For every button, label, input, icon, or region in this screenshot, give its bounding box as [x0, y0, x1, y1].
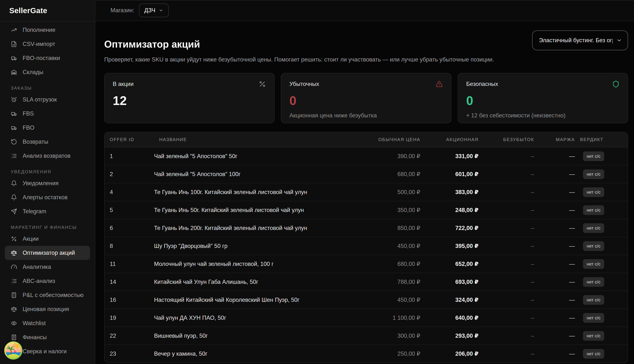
store-label: Магазин: [110, 7, 134, 14]
table-row: 2Чай зеленый "5 Апостолов" 100г680,00 ₽6… [105, 165, 628, 183]
sidebar-section-label: УВЕДОМЛЕНИЯ [5, 169, 90, 174]
trending-up-icon [11, 27, 17, 33]
cell-promo-price: 640,00 ₽ [420, 314, 479, 321]
cell-promo-price: 293,00 ₽ [420, 332, 479, 339]
cell-regular-price: 1 100,00 ₽ [357, 314, 420, 321]
table-row: 11Молочный улун чай зеленый листовой, 10… [105, 255, 628, 273]
cell-margin: — [534, 189, 575, 196]
cell-offer-id: 1 [105, 153, 154, 160]
scale-icon [11, 306, 17, 312]
truck-icon [11, 55, 17, 61]
app: { "brand": "SellerGate", "topbar": { "st… [0, 0, 634, 364]
rotate-ccw-icon [11, 139, 17, 145]
cell-breakeven: – [479, 153, 534, 160]
store-select-value: ДЗЧ [144, 7, 155, 14]
cell-offer-id: 6 [105, 225, 154, 232]
card-label: В акции [113, 81, 266, 88]
sidebar-item-1-2[interactable]: FBO [5, 121, 90, 135]
sidebar-item-3-1[interactable]: Оптимизатор акций [5, 246, 90, 260]
verdict-badge: нет с/с [583, 259, 604, 269]
eye-icon [11, 320, 17, 326]
sidebar-item-0-0[interactable]: Пополнение [5, 23, 90, 37]
sidebar-item-0-1[interactable]: CSV-импорт [5, 37, 90, 51]
sidebar-item-label: Уведомления [23, 180, 59, 187]
list-ordered-icon: 12 [11, 278, 17, 284]
cell-margin: — [534, 314, 575, 321]
cell-breakeven: – [479, 296, 534, 303]
cell-name: Китайский чай Улун Габа Алишань, 50г [154, 279, 357, 285]
svg-text:1: 1 [12, 278, 13, 280]
sidebar-item-3-3[interactable]: 12ABC-анализ [5, 274, 90, 288]
sidebar-item-3-6[interactable]: Watchlist [5, 316, 90, 330]
cell-offer-id: 5 [105, 207, 154, 214]
scale-icon [11, 250, 17, 256]
cell-promo-price: 652,00 ₽ [420, 260, 479, 267]
cell-offer-id: 19 [105, 314, 154, 321]
cell-regular-price: 788,00 ₽ [357, 278, 420, 285]
cell-promo-price: 395,00 ₽ [420, 242, 479, 250]
bell-icon [11, 180, 17, 186]
warehouse-icon [11, 69, 17, 75]
verdict-badge: нет с/с [583, 241, 604, 251]
table-row: 14Китайский чай Улун Габа Алишань, 50г78… [105, 273, 628, 291]
sidebar-item-0-2[interactable]: FBO-поставки [5, 51, 90, 65]
sidebar-item-0-3[interactable]: Склады [5, 65, 90, 79]
sidebar-item-3-4[interactable]: P&L с себестоимостью [5, 288, 90, 302]
cell-regular-price: 680,00 ₽ [357, 171, 420, 178]
sidebar-item-2-0[interactable]: Уведомления [5, 176, 90, 190]
cell-verdict: нет с/с [575, 205, 628, 215]
cell-verdict: нет с/с [575, 349, 628, 359]
cell-breakeven: – [479, 207, 534, 214]
cell-margin: — [534, 261, 575, 267]
cell-promo-price: 331,00 ₽ [420, 153, 479, 160]
cell-margin: — [534, 225, 575, 232]
cell-breakeven: – [479, 314, 534, 321]
cell-breakeven: – [479, 225, 534, 232]
sidebar-item-2-1[interactable]: Алерты остатков [5, 190, 90, 204]
truck-icon [11, 124, 17, 131]
verdict-badge: нет с/с [583, 187, 604, 197]
table-row: 22Вишневый пуэр, 50г300,00 ₽293,00 ₽–—не… [105, 326, 628, 344]
sidebar-item-2-2[interactable]: Telegram [5, 204, 90, 218]
store-select[interactable]: ДЗЧ [139, 4, 169, 17]
sidebar-item-1-0[interactable]: SLA отгрузок [5, 92, 90, 107]
sidebar-item-3-2[interactable]: Аналитика [5, 260, 90, 274]
verdict-badge: нет с/с [583, 205, 604, 215]
cell-verdict: нет с/с [575, 313, 628, 323]
card-value: 0 [466, 93, 619, 108]
cell-name: Вишневый пуэр, 50г [154, 332, 357, 339]
sidebar-item-1-3[interactable]: Возвраты [5, 135, 90, 149]
topbar: Магазин: ДЗЧ [95, 0, 634, 21]
sidebar-item-1-4[interactable]: 12Анализ возвратов [5, 149, 90, 163]
model-select[interactable]: Эластичный бустинг. Без огранич [532, 30, 628, 50]
card-value: 0 [289, 93, 443, 108]
cell-verdict: нет с/с [575, 152, 628, 161]
cell-name: Те Гуань Инь 200г. Китайский зеленый лис… [154, 225, 357, 232]
cell-promo-price: 601,00 ₽ [420, 171, 479, 178]
column-header: БЕЗУБЫТОК [479, 137, 534, 142]
sidebar-item-1-1[interactable]: FBS [5, 107, 90, 121]
cell-breakeven: – [479, 171, 534, 178]
table-row: 5Те Гуань Инь 50г. Китайский зеленый лис… [105, 201, 628, 219]
cell-regular-price: 680,00 ₽ [357, 260, 420, 267]
sidebar-item-label: Ценовая позиция [23, 306, 69, 312]
cell-breakeven: – [479, 279, 534, 285]
card-note: + 12 без себестоимости (неизвестно) [466, 112, 619, 119]
sidebar-item-label: Telegram [23, 208, 46, 215]
main-content: Эластичный бустинг. Без огранич Оптимиза… [95, 21, 634, 364]
cell-name: Молочный улун чай зеленый листовой, 100 … [154, 261, 357, 267]
sidebar-item-label: FBO-поставки [23, 55, 60, 62]
brand-logo: SellerGate [0, 0, 95, 22]
sidebar-item-label: Оптимизатор акций [23, 250, 75, 256]
cell-breakeven: – [479, 332, 534, 339]
cell-promo-price: 248,00 ₽ [420, 206, 479, 214]
verdict-badge: нет с/с [583, 152, 604, 161]
sidebar-item-3-0[interactable]: Акции [5, 232, 90, 246]
cell-promo-price: 324,00 ₽ [420, 296, 479, 303]
cell-promo-price: 693,00 ₽ [420, 278, 479, 285]
cell-offer-id: 2 [105, 171, 154, 178]
sidebar-item-3-5[interactable]: Ценовая позиция [5, 302, 90, 316]
cell-offer-id: 11 [105, 261, 154, 267]
column-header: ВЕРДИКТ [575, 137, 628, 142]
svg-text:1: 1 [12, 153, 13, 155]
